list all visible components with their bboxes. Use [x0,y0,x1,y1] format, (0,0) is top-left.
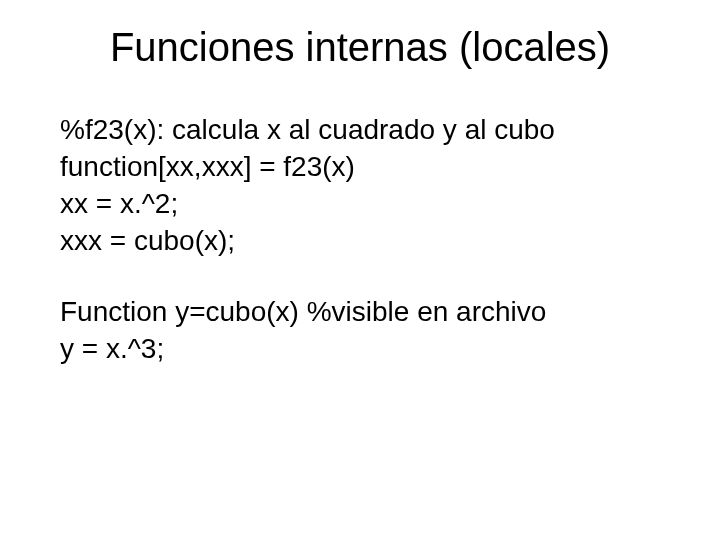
slide-title: Funciones internas (locales) [0,25,720,70]
slide: Funciones internas (locales) %f23(x): ca… [0,0,720,540]
slide-body: %f23(x): calcula x al cuadrado y al cubo… [60,112,660,368]
code-line: function[xx,xxx] = f23(x) [60,149,660,184]
code-line: Function y=cubo(x) %visible en archivo [60,294,660,329]
code-line: y = x.^3; [60,331,660,366]
code-line: xxx = cubo(x); [60,223,660,258]
code-line: xx = x.^2; [60,186,660,221]
code-line: %f23(x): calcula x al cuadrado y al cubo [60,112,660,147]
blank-line [60,260,660,294]
